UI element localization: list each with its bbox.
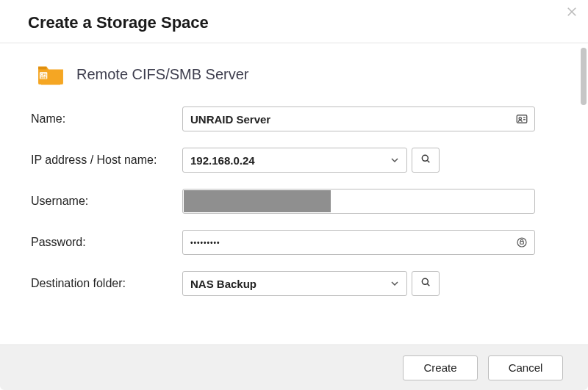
row-host: IP address / Host name: 192.168.0.24: [31, 148, 562, 173]
host-search-button[interactable]: [412, 148, 440, 173]
chevron-down-icon[interactable]: [389, 154, 401, 166]
label-password: Password:: [31, 236, 182, 249]
svg-rect-0: [38, 67, 46, 70]
section-title: Remote CIFS/SMB Server: [76, 66, 249, 83]
create-storage-space-dialog: Create a Storage Space CIFS SMB: [0, 0, 588, 390]
dialog-title: Create a Storage Space: [0, 0, 588, 43]
destination-value: NAS Backup: [190, 278, 257, 290]
name-value: UNRAID Server: [190, 113, 270, 126]
svg-rect-11: [520, 242, 524, 245]
svg-point-12: [422, 278, 428, 284]
svg-point-8: [519, 118, 521, 120]
show-password-icon[interactable]: [515, 236, 528, 249]
create-button[interactable]: Create: [403, 355, 478, 380]
create-button-label: Create: [423, 361, 456, 374]
destination-search-button[interactable]: [412, 271, 440, 296]
label-host: IP address / Host name:: [31, 154, 182, 167]
contact-card-icon[interactable]: [515, 112, 528, 126]
name-input[interactable]: UNRAID Server: [182, 106, 535, 131]
dialog-footer: Create Cancel: [0, 344, 588, 390]
destination-combobox[interactable]: NAS Backup: [182, 271, 407, 296]
section-header: CIFS SMB Remote CIFS/SMB Server: [37, 62, 562, 86]
label-username: Username:: [31, 195, 182, 208]
search-icon: [420, 276, 431, 291]
label-name: Name:: [31, 112, 182, 126]
cifs-smb-folder-icon: CIFS SMB: [37, 62, 65, 86]
row-username: Username:: [31, 189, 562, 214]
search-icon: [420, 153, 431, 167]
chevron-down-icon[interactable]: [389, 278, 401, 289]
dialog-body: CIFS SMB Remote CIFS/SMB Server Name: U: [0, 43, 588, 344]
cancel-button[interactable]: Cancel: [488, 355, 563, 380]
svg-point-9: [422, 155, 428, 161]
svg-text:SMB: SMB: [40, 76, 47, 79]
host-value: 192.168.0.24: [190, 154, 255, 167]
row-name: Name: UNRAID Server: [31, 106, 562, 131]
svg-rect-6: [54, 82, 57, 84]
label-destination: Destination folder:: [31, 277, 182, 290]
username-input[interactable]: [182, 189, 535, 214]
svg-rect-4: [41, 83, 60, 84]
host-combobox[interactable]: 192.168.0.24: [182, 148, 407, 173]
cancel-button-label: Cancel: [509, 361, 543, 374]
username-redaction: [184, 190, 331, 212]
scrollbar-thumb[interactable]: [581, 48, 587, 105]
close-icon[interactable]: [563, 3, 581, 21]
svg-rect-5: [45, 82, 47, 84]
row-destination: Destination folder: NAS Backup: [31, 271, 562, 296]
row-password: Password: •••••••••: [31, 230, 562, 255]
password-input[interactable]: •••••••••: [182, 230, 535, 255]
password-mask: •••••••••: [190, 239, 220, 247]
